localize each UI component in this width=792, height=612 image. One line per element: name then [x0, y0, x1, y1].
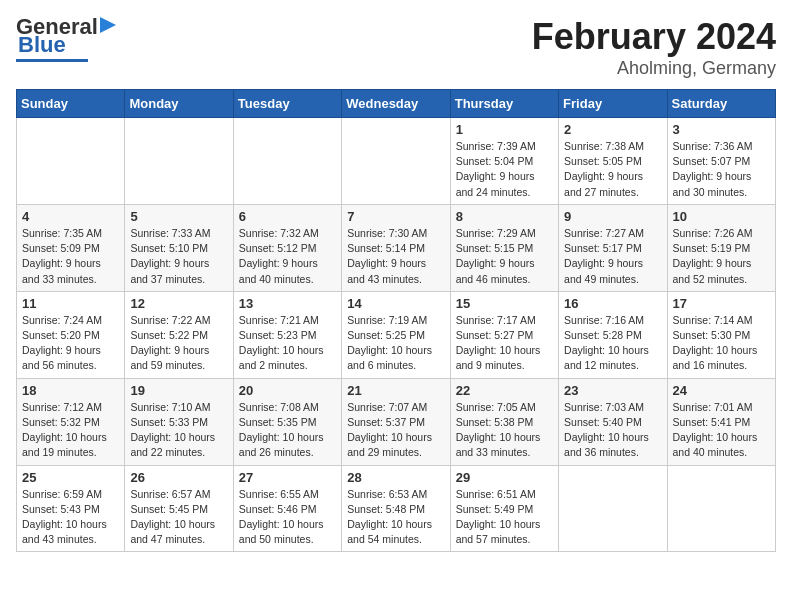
calendar-cell: 15Sunrise: 7:17 AM Sunset: 5:27 PM Dayli…	[450, 291, 558, 378]
calendar-cell: 17Sunrise: 7:14 AM Sunset: 5:30 PM Dayli…	[667, 291, 775, 378]
day-detail: Sunrise: 7:21 AM Sunset: 5:23 PM Dayligh…	[239, 313, 336, 374]
day-detail: Sunrise: 7:39 AM Sunset: 5:04 PM Dayligh…	[456, 139, 553, 200]
col-header-saturday: Saturday	[667, 90, 775, 118]
day-number: 13	[239, 296, 336, 311]
day-detail: Sunrise: 6:55 AM Sunset: 5:46 PM Dayligh…	[239, 487, 336, 548]
calendar-cell	[667, 465, 775, 552]
location: Aholming, Germany	[532, 58, 776, 79]
day-detail: Sunrise: 6:57 AM Sunset: 5:45 PM Dayligh…	[130, 487, 227, 548]
calendar-cell	[559, 465, 667, 552]
day-detail: Sunrise: 7:19 AM Sunset: 5:25 PM Dayligh…	[347, 313, 444, 374]
day-detail: Sunrise: 7:30 AM Sunset: 5:14 PM Dayligh…	[347, 226, 444, 287]
calendar-cell: 10Sunrise: 7:26 AM Sunset: 5:19 PM Dayli…	[667, 204, 775, 291]
day-detail: Sunrise: 7:32 AM Sunset: 5:12 PM Dayligh…	[239, 226, 336, 287]
day-number: 26	[130, 470, 227, 485]
day-detail: Sunrise: 7:12 AM Sunset: 5:32 PM Dayligh…	[22, 400, 119, 461]
calendar-cell: 6Sunrise: 7:32 AM Sunset: 5:12 PM Daylig…	[233, 204, 341, 291]
calendar-cell: 20Sunrise: 7:08 AM Sunset: 5:35 PM Dayli…	[233, 378, 341, 465]
calendar-cell: 3Sunrise: 7:36 AM Sunset: 5:07 PM Daylig…	[667, 118, 775, 205]
logo-blue-text: Blue	[18, 32, 66, 58]
calendar-week-row: 1Sunrise: 7:39 AM Sunset: 5:04 PM Daylig…	[17, 118, 776, 205]
calendar-cell: 24Sunrise: 7:01 AM Sunset: 5:41 PM Dayli…	[667, 378, 775, 465]
day-detail: Sunrise: 7:03 AM Sunset: 5:40 PM Dayligh…	[564, 400, 661, 461]
calendar-table: SundayMondayTuesdayWednesdayThursdayFrid…	[16, 89, 776, 552]
day-number: 15	[456, 296, 553, 311]
day-number: 9	[564, 209, 661, 224]
col-header-thursday: Thursday	[450, 90, 558, 118]
month-title: February 2024	[532, 16, 776, 58]
day-number: 1	[456, 122, 553, 137]
day-number: 10	[673, 209, 770, 224]
calendar-cell: 13Sunrise: 7:21 AM Sunset: 5:23 PM Dayli…	[233, 291, 341, 378]
day-number: 29	[456, 470, 553, 485]
day-number: 3	[673, 122, 770, 137]
day-detail: Sunrise: 7:26 AM Sunset: 5:19 PM Dayligh…	[673, 226, 770, 287]
svg-marker-0	[100, 17, 116, 33]
logo: General Blue	[16, 16, 120, 62]
calendar-cell: 14Sunrise: 7:19 AM Sunset: 5:25 PM Dayli…	[342, 291, 450, 378]
calendar-cell	[342, 118, 450, 205]
calendar-cell: 7Sunrise: 7:30 AM Sunset: 5:14 PM Daylig…	[342, 204, 450, 291]
col-header-wednesday: Wednesday	[342, 90, 450, 118]
day-number: 18	[22, 383, 119, 398]
calendar-week-row: 18Sunrise: 7:12 AM Sunset: 5:32 PM Dayli…	[17, 378, 776, 465]
calendar-cell: 25Sunrise: 6:59 AM Sunset: 5:43 PM Dayli…	[17, 465, 125, 552]
day-number: 6	[239, 209, 336, 224]
col-header-tuesday: Tuesday	[233, 90, 341, 118]
calendar-cell: 21Sunrise: 7:07 AM Sunset: 5:37 PM Dayli…	[342, 378, 450, 465]
calendar-cell: 16Sunrise: 7:16 AM Sunset: 5:28 PM Dayli…	[559, 291, 667, 378]
day-number: 25	[22, 470, 119, 485]
logo-arrow-icon	[100, 15, 120, 35]
page-header: General Blue February 2024 Aholming, Ger…	[16, 16, 776, 79]
day-number: 24	[673, 383, 770, 398]
logo-underline	[16, 59, 88, 62]
day-number: 23	[564, 383, 661, 398]
day-number: 8	[456, 209, 553, 224]
day-detail: Sunrise: 6:59 AM Sunset: 5:43 PM Dayligh…	[22, 487, 119, 548]
calendar-cell: 8Sunrise: 7:29 AM Sunset: 5:15 PM Daylig…	[450, 204, 558, 291]
calendar-cell	[125, 118, 233, 205]
calendar-cell: 29Sunrise: 6:51 AM Sunset: 5:49 PM Dayli…	[450, 465, 558, 552]
day-number: 20	[239, 383, 336, 398]
calendar-cell: 23Sunrise: 7:03 AM Sunset: 5:40 PM Dayli…	[559, 378, 667, 465]
day-number: 4	[22, 209, 119, 224]
day-detail: Sunrise: 7:07 AM Sunset: 5:37 PM Dayligh…	[347, 400, 444, 461]
calendar-cell: 1Sunrise: 7:39 AM Sunset: 5:04 PM Daylig…	[450, 118, 558, 205]
day-detail: Sunrise: 7:36 AM Sunset: 5:07 PM Dayligh…	[673, 139, 770, 200]
calendar-cell: 11Sunrise: 7:24 AM Sunset: 5:20 PM Dayli…	[17, 291, 125, 378]
col-header-sunday: Sunday	[17, 90, 125, 118]
day-number: 2	[564, 122, 661, 137]
calendar-week-row: 11Sunrise: 7:24 AM Sunset: 5:20 PM Dayli…	[17, 291, 776, 378]
calendar-cell: 28Sunrise: 6:53 AM Sunset: 5:48 PM Dayli…	[342, 465, 450, 552]
day-number: 17	[673, 296, 770, 311]
day-detail: Sunrise: 7:05 AM Sunset: 5:38 PM Dayligh…	[456, 400, 553, 461]
day-detail: Sunrise: 7:16 AM Sunset: 5:28 PM Dayligh…	[564, 313, 661, 374]
day-detail: Sunrise: 6:51 AM Sunset: 5:49 PM Dayligh…	[456, 487, 553, 548]
day-number: 12	[130, 296, 227, 311]
calendar-cell	[233, 118, 341, 205]
day-detail: Sunrise: 7:24 AM Sunset: 5:20 PM Dayligh…	[22, 313, 119, 374]
calendar-week-row: 25Sunrise: 6:59 AM Sunset: 5:43 PM Dayli…	[17, 465, 776, 552]
calendar-cell: 19Sunrise: 7:10 AM Sunset: 5:33 PM Dayli…	[125, 378, 233, 465]
calendar-cell: 9Sunrise: 7:27 AM Sunset: 5:17 PM Daylig…	[559, 204, 667, 291]
calendar-cell: 22Sunrise: 7:05 AM Sunset: 5:38 PM Dayli…	[450, 378, 558, 465]
day-detail: Sunrise: 7:38 AM Sunset: 5:05 PM Dayligh…	[564, 139, 661, 200]
day-detail: Sunrise: 7:14 AM Sunset: 5:30 PM Dayligh…	[673, 313, 770, 374]
day-detail: Sunrise: 7:08 AM Sunset: 5:35 PM Dayligh…	[239, 400, 336, 461]
day-number: 5	[130, 209, 227, 224]
calendar-cell	[17, 118, 125, 205]
day-number: 28	[347, 470, 444, 485]
day-number: 22	[456, 383, 553, 398]
day-detail: Sunrise: 7:10 AM Sunset: 5:33 PM Dayligh…	[130, 400, 227, 461]
calendar-cell: 4Sunrise: 7:35 AM Sunset: 5:09 PM Daylig…	[17, 204, 125, 291]
day-detail: Sunrise: 7:22 AM Sunset: 5:22 PM Dayligh…	[130, 313, 227, 374]
calendar-cell: 5Sunrise: 7:33 AM Sunset: 5:10 PM Daylig…	[125, 204, 233, 291]
calendar-cell: 27Sunrise: 6:55 AM Sunset: 5:46 PM Dayli…	[233, 465, 341, 552]
calendar-cell: 18Sunrise: 7:12 AM Sunset: 5:32 PM Dayli…	[17, 378, 125, 465]
calendar-cell: 12Sunrise: 7:22 AM Sunset: 5:22 PM Dayli…	[125, 291, 233, 378]
day-detail: Sunrise: 7:17 AM Sunset: 5:27 PM Dayligh…	[456, 313, 553, 374]
day-number: 11	[22, 296, 119, 311]
calendar-week-row: 4Sunrise: 7:35 AM Sunset: 5:09 PM Daylig…	[17, 204, 776, 291]
col-header-monday: Monday	[125, 90, 233, 118]
day-number: 27	[239, 470, 336, 485]
